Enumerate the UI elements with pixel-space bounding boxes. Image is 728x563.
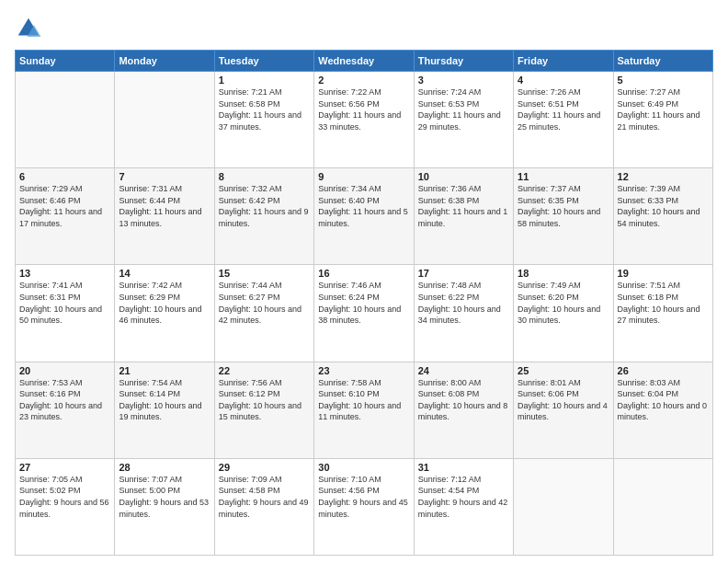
day-number: 1 <box>219 75 310 86</box>
calendar-week-row: 20Sunrise: 7:53 AM Sunset: 6:16 PM Dayli… <box>16 362 713 458</box>
day-number: 10 <box>418 171 509 182</box>
calendar-cell: 22Sunrise: 7:56 AM Sunset: 6:12 PM Dayli… <box>214 362 313 458</box>
day-header-saturday: Saturday <box>613 51 712 72</box>
header <box>15 15 713 42</box>
day-info: Sunrise: 7:49 AM Sunset: 6:20 PM Dayligh… <box>518 280 609 326</box>
page: SundayMondayTuesdayWednesdayThursdayFrid… <box>0 0 728 563</box>
day-info: Sunrise: 7:26 AM Sunset: 6:51 PM Dayligh… <box>518 86 609 132</box>
day-info: Sunrise: 7:22 AM Sunset: 6:56 PM Dayligh… <box>318 86 409 132</box>
day-number: 19 <box>618 268 709 279</box>
calendar-cell <box>613 458 712 555</box>
day-number: 17 <box>418 268 509 279</box>
calendar-week-row: 6Sunrise: 7:29 AM Sunset: 6:46 PM Daylig… <box>16 168 713 265</box>
calendar-cell: 2Sunrise: 7:22 AM Sunset: 6:56 PM Daylig… <box>314 72 414 168</box>
day-info: Sunrise: 7:56 AM Sunset: 6:12 PM Dayligh… <box>219 377 310 423</box>
day-info: Sunrise: 7:44 AM Sunset: 6:27 PM Dayligh… <box>219 280 310 326</box>
calendar-cell: 29Sunrise: 7:09 AM Sunset: 4:58 PM Dayli… <box>214 458 313 555</box>
day-info: Sunrise: 7:10 AM Sunset: 4:56 PM Dayligh… <box>318 474 409 520</box>
calendar-cell: 1Sunrise: 7:21 AM Sunset: 6:58 PM Daylig… <box>214 72 313 168</box>
calendar-cell: 20Sunrise: 7:53 AM Sunset: 6:16 PM Dayli… <box>16 362 115 458</box>
day-info: Sunrise: 7:21 AM Sunset: 6:58 PM Dayligh… <box>219 86 310 132</box>
day-header-sunday: Sunday <box>16 51 115 72</box>
logo-icon <box>15 15 42 42</box>
calendar-cell: 8Sunrise: 7:32 AM Sunset: 6:42 PM Daylig… <box>214 168 313 265</box>
day-header-friday: Friday <box>514 51 613 72</box>
day-number: 5 <box>618 75 709 86</box>
day-info: Sunrise: 8:03 AM Sunset: 6:04 PM Dayligh… <box>618 377 709 423</box>
day-info: Sunrise: 7:58 AM Sunset: 6:10 PM Dayligh… <box>318 377 409 423</box>
day-number: 6 <box>19 171 110 182</box>
calendar-cell <box>115 72 214 168</box>
day-info: Sunrise: 7:41 AM Sunset: 6:31 PM Dayligh… <box>19 280 110 326</box>
day-info: Sunrise: 7:24 AM Sunset: 6:53 PM Dayligh… <box>418 86 509 132</box>
day-info: Sunrise: 7:05 AM Sunset: 5:02 PM Dayligh… <box>19 474 110 520</box>
day-number: 28 <box>119 462 210 473</box>
day-number: 26 <box>618 365 709 376</box>
calendar-cell: 18Sunrise: 7:49 AM Sunset: 6:20 PM Dayli… <box>514 265 613 362</box>
day-number: 9 <box>318 171 409 182</box>
day-number: 4 <box>518 75 609 86</box>
calendar-table: SundayMondayTuesdayWednesdayThursdayFrid… <box>15 50 713 556</box>
day-number: 18 <box>518 268 609 279</box>
calendar-week-row: 1Sunrise: 7:21 AM Sunset: 6:58 PM Daylig… <box>16 72 713 168</box>
calendar-cell: 15Sunrise: 7:44 AM Sunset: 6:27 PM Dayli… <box>214 265 313 362</box>
day-number: 21 <box>119 365 210 376</box>
day-number: 11 <box>518 171 609 182</box>
day-number: 8 <box>219 171 310 182</box>
calendar-cell: 24Sunrise: 8:00 AM Sunset: 6:08 PM Dayli… <box>414 362 513 458</box>
calendar-cell <box>514 458 613 555</box>
day-number: 24 <box>418 365 509 376</box>
calendar-cell: 31Sunrise: 7:12 AM Sunset: 4:54 PM Dayli… <box>414 458 513 555</box>
day-info: Sunrise: 7:07 AM Sunset: 5:00 PM Dayligh… <box>119 474 210 520</box>
calendar-cell: 23Sunrise: 7:58 AM Sunset: 6:10 PM Dayli… <box>314 362 414 458</box>
day-info: Sunrise: 7:31 AM Sunset: 6:44 PM Dayligh… <box>119 183 210 229</box>
day-header-thursday: Thursday <box>414 51 513 72</box>
day-info: Sunrise: 7:42 AM Sunset: 6:29 PM Dayligh… <box>119 280 210 326</box>
day-header-monday: Monday <box>115 51 214 72</box>
calendar-cell: 5Sunrise: 7:27 AM Sunset: 6:49 PM Daylig… <box>613 72 712 168</box>
calendar-cell: 9Sunrise: 7:34 AM Sunset: 6:40 PM Daylig… <box>314 168 414 265</box>
day-header-wednesday: Wednesday <box>314 51 414 72</box>
day-info: Sunrise: 7:37 AM Sunset: 6:35 PM Dayligh… <box>518 183 609 229</box>
day-info: Sunrise: 7:27 AM Sunset: 6:49 PM Dayligh… <box>618 86 709 132</box>
day-info: Sunrise: 7:48 AM Sunset: 6:22 PM Dayligh… <box>418 280 509 326</box>
day-number: 20 <box>19 365 110 376</box>
day-number: 22 <box>219 365 310 376</box>
calendar-cell: 4Sunrise: 7:26 AM Sunset: 6:51 PM Daylig… <box>514 72 613 168</box>
calendar-cell: 14Sunrise: 7:42 AM Sunset: 6:29 PM Dayli… <box>115 265 214 362</box>
day-number: 30 <box>318 462 409 473</box>
day-info: Sunrise: 7:46 AM Sunset: 6:24 PM Dayligh… <box>318 280 409 326</box>
calendar-cell: 27Sunrise: 7:05 AM Sunset: 5:02 PM Dayli… <box>16 458 115 555</box>
calendar-cell: 25Sunrise: 8:01 AM Sunset: 6:06 PM Dayli… <box>514 362 613 458</box>
calendar-cell: 26Sunrise: 8:03 AM Sunset: 6:04 PM Dayli… <box>613 362 712 458</box>
day-number: 7 <box>119 171 210 182</box>
logo <box>15 15 46 42</box>
day-info: Sunrise: 7:54 AM Sunset: 6:14 PM Dayligh… <box>119 377 210 423</box>
calendar-cell: 16Sunrise: 7:46 AM Sunset: 6:24 PM Dayli… <box>314 265 414 362</box>
day-info: Sunrise: 7:12 AM Sunset: 4:54 PM Dayligh… <box>418 474 509 520</box>
day-number: 12 <box>618 171 709 182</box>
day-info: Sunrise: 7:36 AM Sunset: 6:38 PM Dayligh… <box>418 183 509 229</box>
calendar-cell <box>16 72 115 168</box>
calendar-week-row: 13Sunrise: 7:41 AM Sunset: 6:31 PM Dayli… <box>16 265 713 362</box>
calendar-cell: 10Sunrise: 7:36 AM Sunset: 6:38 PM Dayli… <box>414 168 513 265</box>
day-number: 27 <box>19 462 110 473</box>
day-info: Sunrise: 7:32 AM Sunset: 6:42 PM Dayligh… <box>219 183 310 229</box>
day-number: 2 <box>318 75 409 86</box>
day-number: 14 <box>119 268 210 279</box>
day-number: 23 <box>318 365 409 376</box>
day-number: 15 <box>219 268 310 279</box>
day-info: Sunrise: 7:09 AM Sunset: 4:58 PM Dayligh… <box>219 474 310 520</box>
calendar-cell: 6Sunrise: 7:29 AM Sunset: 6:46 PM Daylig… <box>16 168 115 265</box>
calendar-cell: 28Sunrise: 7:07 AM Sunset: 5:00 PM Dayli… <box>115 458 214 555</box>
day-header-tuesday: Tuesday <box>214 51 313 72</box>
calendar-cell: 3Sunrise: 7:24 AM Sunset: 6:53 PM Daylig… <box>414 72 513 168</box>
day-info: Sunrise: 7:51 AM Sunset: 6:18 PM Dayligh… <box>618 280 709 326</box>
calendar-header-row: SundayMondayTuesdayWednesdayThursdayFrid… <box>16 51 713 72</box>
calendar-cell: 17Sunrise: 7:48 AM Sunset: 6:22 PM Dayli… <box>414 265 513 362</box>
calendar-cell: 30Sunrise: 7:10 AM Sunset: 4:56 PM Dayli… <box>314 458 414 555</box>
day-number: 25 <box>518 365 609 376</box>
day-info: Sunrise: 7:53 AM Sunset: 6:16 PM Dayligh… <box>19 377 110 423</box>
day-number: 13 <box>19 268 110 279</box>
calendar-cell: 12Sunrise: 7:39 AM Sunset: 6:33 PM Dayli… <box>613 168 712 265</box>
